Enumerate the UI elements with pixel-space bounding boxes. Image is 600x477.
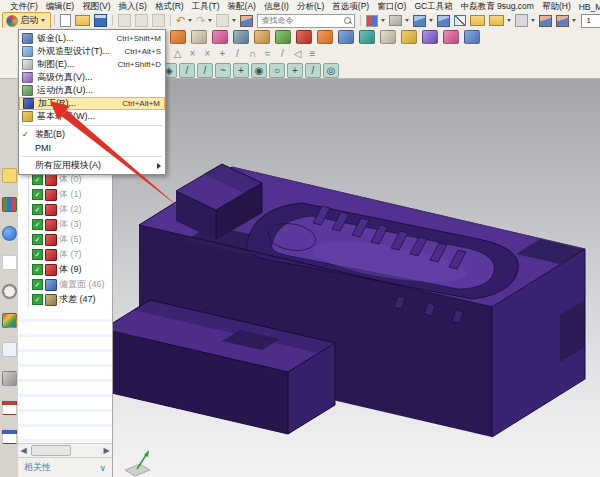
tree-row[interactable]: ✓ 体 (1) [29, 187, 112, 202]
system-scenes-icon[interactable] [2, 400, 17, 415]
menu-item-all-applications[interactable]: 所有应用模块(A) [19, 159, 165, 172]
background-dropdown-icon[interactable] [531, 19, 535, 22]
immediate-hide-icon[interactable] [489, 15, 504, 26]
graphics-viewport[interactable] [113, 78, 600, 477]
feature-tool-icon[interactable] [359, 30, 375, 44]
feature-tool-icon[interactable] [170, 30, 186, 44]
menubar-item[interactable]: 分析(L) [293, 1, 328, 13]
reuse-library-icon[interactable] [2, 197, 17, 212]
process-studio-icon[interactable] [2, 313, 17, 328]
tree-row[interactable]: ✓ 体 (5) [29, 232, 112, 247]
rotate-dropdown-icon[interactable] [405, 19, 409, 22]
menubar-item[interactable]: 编辑(E) [42, 1, 78, 13]
feature-tool-icon[interactable] [233, 30, 249, 44]
snap-point-icon[interactable]: / [179, 63, 195, 78]
menu-item-motion-sim[interactable]: 运动仿真(U)... [19, 84, 165, 97]
snap-point-icon[interactable]: / [197, 63, 213, 78]
horizontal-scrollbar[interactable]: ◀ ▶ [18, 443, 112, 457]
redo-icon[interactable]: ↷ [196, 15, 205, 26]
roles-icon[interactable] [2, 371, 17, 386]
hd3d-tools-icon[interactable] [2, 226, 17, 241]
web-browser-icon[interactable] [2, 255, 17, 270]
work-layer-combo[interactable]: 1 [581, 14, 600, 28]
tree-row[interactable]: ✓ 求差 (47) [29, 292, 112, 307]
undo-dropdown-icon[interactable] [188, 19, 192, 22]
sketch-tool-icon[interactable]: △ [170, 46, 185, 61]
feature-tool-icon[interactable] [380, 30, 396, 44]
sketch-tool-icon[interactable]: ≡ [305, 46, 320, 61]
menubar-item[interactable]: 帮助(H) [538, 1, 575, 13]
snap-point-icon[interactable]: ○ [269, 63, 285, 78]
section-dropdown-icon[interactable] [572, 19, 576, 22]
shaded-edges-view-icon[interactable] [437, 15, 450, 27]
sketch-tool-icon[interactable]: ∩ [245, 46, 260, 61]
undo-icon[interactable]: ↶ [176, 15, 185, 26]
scrollbar-thumb[interactable] [31, 445, 71, 456]
wireframe-view-icon[interactable] [454, 15, 466, 26]
tree-row[interactable]: ✓ 体 (9) [29, 262, 112, 277]
feature-tool-icon[interactable] [401, 30, 417, 44]
menubar-item[interactable]: 视图(V) [78, 1, 114, 13]
menubar-item[interactable]: 装配(A) [224, 1, 260, 13]
menubar-item[interactable]: 中磊教育 9sug.com [457, 1, 538, 13]
snap-point-icon[interactable]: ◎ [323, 63, 339, 78]
paste-icon[interactable] [152, 14, 165, 27]
start-button[interactable]: 启动 [2, 12, 51, 29]
background-icon[interactable] [515, 14, 528, 27]
menubar-item[interactable]: HB_MOULD M6.6 [575, 2, 600, 12]
menubar-item[interactable]: 插入(S) [115, 1, 151, 13]
section-view-icon[interactable] [539, 15, 552, 27]
sketch-tool-icon[interactable]: ◁ [290, 46, 305, 61]
scroll-right-icon[interactable]: ▶ [101, 445, 112, 457]
feature-tool-icon[interactable] [212, 30, 228, 44]
checkbox-icon[interactable]: ✓ [32, 279, 43, 290]
snap-point-icon[interactable]: + [287, 63, 303, 78]
checkbox-icon[interactable]: ✓ [32, 264, 43, 275]
show-hide-icon[interactable] [470, 15, 485, 26]
menubar-item[interactable]: 工具(T) [188, 1, 224, 13]
layout-dropdown-icon[interactable] [381, 19, 385, 22]
copy-icon[interactable] [135, 14, 148, 27]
tree-row[interactable]: ✓ 体 (2) [29, 202, 112, 217]
dependencies-section[interactable]: 相关性 ∨ [18, 457, 112, 477]
scroll-left-icon[interactable]: ◀ [18, 445, 29, 457]
new-file-icon[interactable] [60, 14, 71, 27]
menubar-item[interactable]: 窗口(O) [373, 1, 410, 13]
snap-point-icon[interactable]: ◉ [251, 63, 267, 78]
menu-item-manufacturing[interactable]: 加工(R)... Ctrl+Alt+M [19, 97, 165, 110]
sketch-tool-icon[interactable]: / [275, 46, 290, 61]
snap-point-icon[interactable]: + [233, 63, 249, 78]
shaded-dropdown-icon[interactable] [429, 19, 433, 22]
redo-dropdown-icon[interactable] [208, 19, 212, 22]
repeat-dropdown-icon[interactable] [232, 19, 236, 22]
sketch-tool-icon[interactable]: / [230, 46, 245, 61]
checkbox-icon[interactable]: ✓ [32, 174, 43, 185]
feature-tool-icon[interactable] [296, 30, 312, 44]
checkbox-icon[interactable]: ✓ [32, 219, 43, 230]
mold-model[interactable] [113, 79, 600, 477]
manufacturing-wizard-icon[interactable] [2, 342, 17, 357]
save-icon[interactable] [94, 14, 107, 27]
tree-row[interactable]: ✓ 体 (3) [29, 217, 112, 232]
checkbox-icon[interactable]: ✓ [32, 249, 43, 260]
feature-tool-icon[interactable] [191, 30, 207, 44]
checkbox-icon[interactable]: ✓ [32, 204, 43, 215]
checkbox-icon[interactable]: ✓ [32, 294, 43, 305]
menu-item-sheet-metal[interactable]: 钣金(L)... Ctrl+Shift+M [19, 32, 165, 45]
command-finder-icon[interactable] [240, 15, 253, 27]
menubar-item[interactable]: GC工具箱 [410, 1, 456, 13]
open-file-icon[interactable] [75, 15, 90, 26]
checkbox-icon[interactable]: ✓ [32, 234, 43, 245]
menubar-item[interactable]: 首选项(P) [328, 1, 373, 13]
command-search-box[interactable] [257, 14, 355, 28]
feature-tool-icon[interactable] [275, 30, 291, 44]
snap-point-icon[interactable]: / [305, 63, 321, 78]
feature-tool-icon[interactable] [422, 30, 438, 44]
sketch-tool-icon[interactable]: × [185, 46, 200, 61]
repeat-command-icon[interactable] [216, 14, 229, 27]
feature-tool-icon[interactable] [464, 30, 480, 44]
tree-row[interactable]: ✓ 体 (7) [29, 247, 112, 262]
menu-item-gateway[interactable]: 基本环境(W)... [19, 110, 165, 123]
window-layout-icon[interactable] [366, 15, 378, 27]
sketch-tool-icon[interactable]: + [215, 46, 230, 61]
